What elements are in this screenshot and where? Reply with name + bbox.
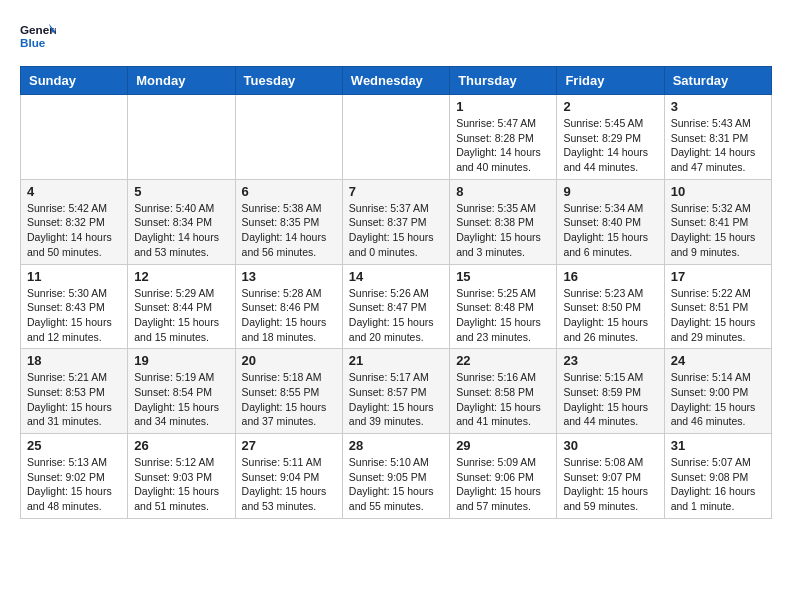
day-number: 8 [456,184,550,199]
day-number: 6 [242,184,336,199]
day-number: 15 [456,269,550,284]
calendar-cell: 21Sunrise: 5:17 AM Sunset: 8:57 PM Dayli… [342,349,449,434]
day-number: 16 [563,269,657,284]
day-number: 21 [349,353,443,368]
day-number: 20 [242,353,336,368]
calendar-table: SundayMondayTuesdayWednesdayThursdayFrid… [20,66,772,519]
day-number: 30 [563,438,657,453]
weekday-header-wednesday: Wednesday [342,67,449,95]
week-row-3: 11Sunrise: 5:30 AM Sunset: 8:43 PM Dayli… [21,264,772,349]
day-info: Sunrise: 5:30 AM Sunset: 8:43 PM Dayligh… [27,286,121,345]
day-info: Sunrise: 5:19 AM Sunset: 8:54 PM Dayligh… [134,370,228,429]
calendar-cell: 22Sunrise: 5:16 AM Sunset: 8:58 PM Dayli… [450,349,557,434]
calendar-cell: 14Sunrise: 5:26 AM Sunset: 8:47 PM Dayli… [342,264,449,349]
day-number: 17 [671,269,765,284]
calendar-cell: 29Sunrise: 5:09 AM Sunset: 9:06 PM Dayli… [450,434,557,519]
calendar-cell: 20Sunrise: 5:18 AM Sunset: 8:55 PM Dayli… [235,349,342,434]
calendar-cell [21,95,128,180]
weekday-header-friday: Friday [557,67,664,95]
calendar-cell: 26Sunrise: 5:12 AM Sunset: 9:03 PM Dayli… [128,434,235,519]
day-number: 26 [134,438,228,453]
week-row-4: 18Sunrise: 5:21 AM Sunset: 8:53 PM Dayli… [21,349,772,434]
day-number: 2 [563,99,657,114]
day-info: Sunrise: 5:37 AM Sunset: 8:37 PM Dayligh… [349,201,443,260]
day-number: 7 [349,184,443,199]
calendar-cell: 4Sunrise: 5:42 AM Sunset: 8:32 PM Daylig… [21,179,128,264]
day-number: 10 [671,184,765,199]
day-info: Sunrise: 5:16 AM Sunset: 8:58 PM Dayligh… [456,370,550,429]
calendar-cell: 15Sunrise: 5:25 AM Sunset: 8:48 PM Dayli… [450,264,557,349]
calendar-cell: 18Sunrise: 5:21 AM Sunset: 8:53 PM Dayli… [21,349,128,434]
calendar-cell: 23Sunrise: 5:15 AM Sunset: 8:59 PM Dayli… [557,349,664,434]
day-number: 3 [671,99,765,114]
day-number: 11 [27,269,121,284]
calendar-cell: 10Sunrise: 5:32 AM Sunset: 8:41 PM Dayli… [664,179,771,264]
calendar-cell: 24Sunrise: 5:14 AM Sunset: 9:00 PM Dayli… [664,349,771,434]
calendar-cell: 17Sunrise: 5:22 AM Sunset: 8:51 PM Dayli… [664,264,771,349]
day-number: 22 [456,353,550,368]
calendar-cell: 2Sunrise: 5:45 AM Sunset: 8:29 PM Daylig… [557,95,664,180]
calendar-cell: 16Sunrise: 5:23 AM Sunset: 8:50 PM Dayli… [557,264,664,349]
day-info: Sunrise: 5:07 AM Sunset: 9:08 PM Dayligh… [671,455,765,514]
day-info: Sunrise: 5:42 AM Sunset: 8:32 PM Dayligh… [27,201,121,260]
day-info: Sunrise: 5:34 AM Sunset: 8:40 PM Dayligh… [563,201,657,260]
day-number: 14 [349,269,443,284]
week-row-1: 1Sunrise: 5:47 AM Sunset: 8:28 PM Daylig… [21,95,772,180]
calendar-cell [128,95,235,180]
day-info: Sunrise: 5:14 AM Sunset: 9:00 PM Dayligh… [671,370,765,429]
calendar-cell: 1Sunrise: 5:47 AM Sunset: 8:28 PM Daylig… [450,95,557,180]
day-number: 29 [456,438,550,453]
day-info: Sunrise: 5:47 AM Sunset: 8:28 PM Dayligh… [456,116,550,175]
day-number: 28 [349,438,443,453]
calendar-cell: 5Sunrise: 5:40 AM Sunset: 8:34 PM Daylig… [128,179,235,264]
day-info: Sunrise: 5:45 AM Sunset: 8:29 PM Dayligh… [563,116,657,175]
weekday-header-tuesday: Tuesday [235,67,342,95]
day-info: Sunrise: 5:11 AM Sunset: 9:04 PM Dayligh… [242,455,336,514]
day-info: Sunrise: 5:22 AM Sunset: 8:51 PM Dayligh… [671,286,765,345]
calendar-cell: 3Sunrise: 5:43 AM Sunset: 8:31 PM Daylig… [664,95,771,180]
day-info: Sunrise: 5:28 AM Sunset: 8:46 PM Dayligh… [242,286,336,345]
day-number: 9 [563,184,657,199]
day-number: 12 [134,269,228,284]
calendar-cell: 27Sunrise: 5:11 AM Sunset: 9:04 PM Dayli… [235,434,342,519]
day-info: Sunrise: 5:43 AM Sunset: 8:31 PM Dayligh… [671,116,765,175]
day-info: Sunrise: 5:38 AM Sunset: 8:35 PM Dayligh… [242,201,336,260]
calendar-cell: 6Sunrise: 5:38 AM Sunset: 8:35 PM Daylig… [235,179,342,264]
day-info: Sunrise: 5:13 AM Sunset: 9:02 PM Dayligh… [27,455,121,514]
day-info: Sunrise: 5:26 AM Sunset: 8:47 PM Dayligh… [349,286,443,345]
page-header: General Blue [20,20,772,56]
day-number: 4 [27,184,121,199]
logo-icon: General Blue [20,20,56,56]
day-info: Sunrise: 5:12 AM Sunset: 9:03 PM Dayligh… [134,455,228,514]
svg-text:General: General [20,23,56,36]
week-row-5: 25Sunrise: 5:13 AM Sunset: 9:02 PM Dayli… [21,434,772,519]
weekday-header-monday: Monday [128,67,235,95]
day-info: Sunrise: 5:23 AM Sunset: 8:50 PM Dayligh… [563,286,657,345]
calendar-cell: 13Sunrise: 5:28 AM Sunset: 8:46 PM Dayli… [235,264,342,349]
day-number: 18 [27,353,121,368]
day-info: Sunrise: 5:18 AM Sunset: 8:55 PM Dayligh… [242,370,336,429]
calendar-cell: 12Sunrise: 5:29 AM Sunset: 8:44 PM Dayli… [128,264,235,349]
calendar-cell: 11Sunrise: 5:30 AM Sunset: 8:43 PM Dayli… [21,264,128,349]
calendar-cell: 9Sunrise: 5:34 AM Sunset: 8:40 PM Daylig… [557,179,664,264]
week-row-2: 4Sunrise: 5:42 AM Sunset: 8:32 PM Daylig… [21,179,772,264]
calendar-cell: 7Sunrise: 5:37 AM Sunset: 8:37 PM Daylig… [342,179,449,264]
day-info: Sunrise: 5:25 AM Sunset: 8:48 PM Dayligh… [456,286,550,345]
calendar-cell: 31Sunrise: 5:07 AM Sunset: 9:08 PM Dayli… [664,434,771,519]
day-info: Sunrise: 5:08 AM Sunset: 9:07 PM Dayligh… [563,455,657,514]
day-info: Sunrise: 5:17 AM Sunset: 8:57 PM Dayligh… [349,370,443,429]
calendar-cell: 25Sunrise: 5:13 AM Sunset: 9:02 PM Dayli… [21,434,128,519]
day-info: Sunrise: 5:10 AM Sunset: 9:05 PM Dayligh… [349,455,443,514]
day-info: Sunrise: 5:32 AM Sunset: 8:41 PM Dayligh… [671,201,765,260]
weekday-header-sunday: Sunday [21,67,128,95]
weekday-header-thursday: Thursday [450,67,557,95]
logo: General Blue [20,20,56,56]
calendar-cell: 8Sunrise: 5:35 AM Sunset: 8:38 PM Daylig… [450,179,557,264]
day-info: Sunrise: 5:40 AM Sunset: 8:34 PM Dayligh… [134,201,228,260]
calendar-cell: 30Sunrise: 5:08 AM Sunset: 9:07 PM Dayli… [557,434,664,519]
day-info: Sunrise: 5:35 AM Sunset: 8:38 PM Dayligh… [456,201,550,260]
day-info: Sunrise: 5:29 AM Sunset: 8:44 PM Dayligh… [134,286,228,345]
day-number: 1 [456,99,550,114]
day-info: Sunrise: 5:15 AM Sunset: 8:59 PM Dayligh… [563,370,657,429]
day-info: Sunrise: 5:09 AM Sunset: 9:06 PM Dayligh… [456,455,550,514]
